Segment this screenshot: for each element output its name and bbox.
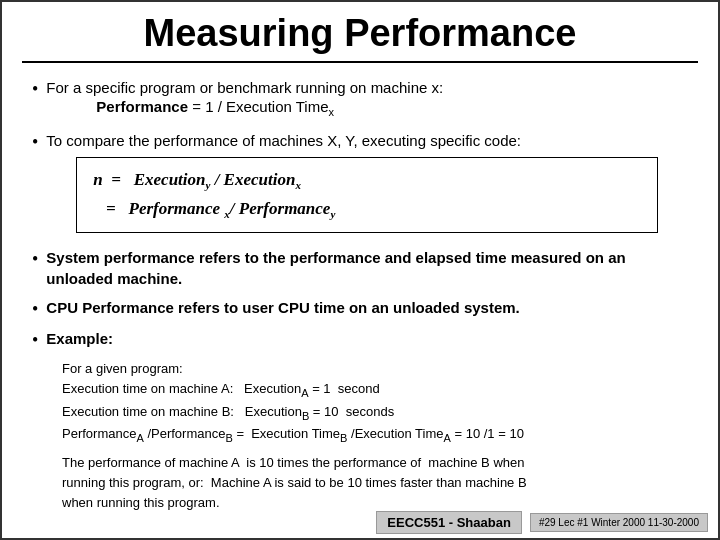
example-conclusion-1: The performance of machine A is 10 times… xyxy=(62,453,688,473)
performance-equation: Performance = 1 / Execution Timex xyxy=(96,98,443,118)
slide-content: • For a specific program or benchmark ru… xyxy=(22,73,698,517)
bullet-icon-3: • xyxy=(32,249,38,270)
bullet-5-text: Example: xyxy=(46,328,113,349)
bullet-item-4: • CPU Performance refers to user CPU tim… xyxy=(32,297,688,320)
bullet-icon-2: • xyxy=(32,132,38,153)
bullet-2-text: To compare the performance of machines X… xyxy=(46,132,521,149)
bullet-item-3: • System performance refers to the perfo… xyxy=(32,247,688,289)
formula-line-1: n = Executiony / Executionx xyxy=(93,166,641,195)
footer: EECC551 - Shaaban #29 Lec #1 Winter 2000… xyxy=(376,511,708,534)
example-conclusion-2: running this program, or: Machine A is s… xyxy=(62,473,688,493)
example-line-1: For a given program: xyxy=(62,359,688,379)
bullet-3-text: System performance refers to the perform… xyxy=(46,247,688,289)
bullet-item-5: • Example: xyxy=(32,328,688,351)
slide-title: Measuring Performance xyxy=(22,12,698,63)
example-line-3: Execution time on machine B: ExecutionB … xyxy=(62,402,688,425)
bullet-icon-4: • xyxy=(32,299,38,320)
bullet-item-2: • To compare the performance of machines… xyxy=(32,130,688,239)
bullet-text-2-container: To compare the performance of machines X… xyxy=(46,130,688,239)
example-line-4: PerformanceA /PerformanceB = Execution T… xyxy=(62,424,688,447)
slide: Measuring Performance • For a specific p… xyxy=(0,0,720,540)
bullet-item-1: • For a specific program or benchmark ru… xyxy=(32,77,688,122)
footer-info: #29 Lec #1 Winter 2000 11-30-2000 xyxy=(530,513,708,532)
formula-line-2: = Performance x/ Performancey xyxy=(93,195,641,224)
bullet-icon-1: • xyxy=(32,79,38,100)
bullet-icon-5: • xyxy=(32,330,38,351)
example-conclusion: The performance of machine A is 10 times… xyxy=(62,453,688,513)
footer-badge: EECC551 - Shaaban xyxy=(376,511,522,534)
bullet-1-text: For a specific program or benchmark runn… xyxy=(46,79,443,96)
bullet-text-1: For a specific program or benchmark runn… xyxy=(46,77,443,122)
example-line-2: Execution time on machine A: ExecutionA … xyxy=(62,379,688,402)
example-block: For a given program: Execution time on m… xyxy=(62,359,688,513)
bullet-4-text: CPU Performance refers to user CPU time … xyxy=(46,297,519,318)
formula-box: n = Executiony / Executionx = Performanc… xyxy=(76,157,658,233)
